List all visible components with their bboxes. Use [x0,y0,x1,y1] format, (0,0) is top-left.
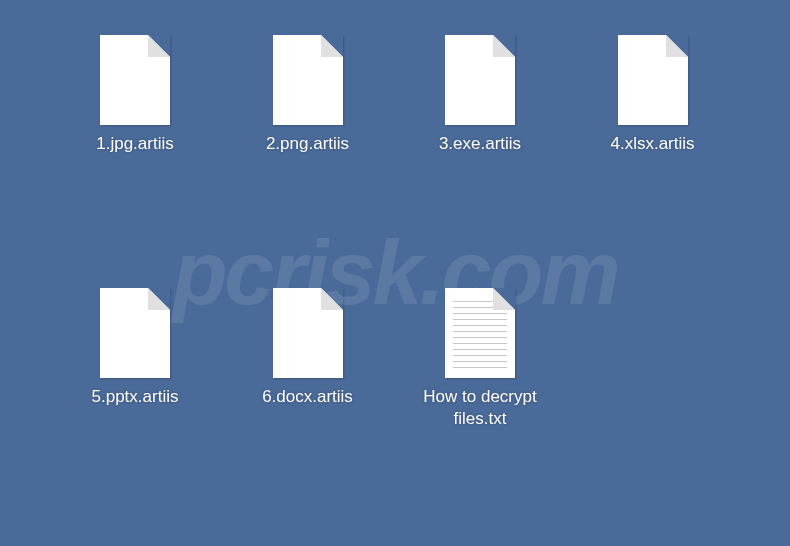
file-icon [100,288,170,378]
file-icon [618,35,688,125]
file-icon [445,35,515,125]
file-item[interactable]: 3.exe.artiis [395,30,565,263]
file-item[interactable]: How to decrypt files.txt [395,283,565,516]
file-label: 3.exe.artiis [439,133,521,155]
file-item[interactable]: 2.png.artiis [223,30,393,263]
file-item[interactable]: 5.pptx.artiis [50,283,220,516]
file-item[interactable]: 4.xlsx.artiis [568,30,738,263]
file-label: 4.xlsx.artiis [610,133,694,155]
file-label: 2.png.artiis [266,133,349,155]
file-icon [273,288,343,378]
file-item[interactable]: 1.jpg.artiis [50,30,220,263]
file-label: How to decrypt files.txt [405,386,555,430]
file-icon [100,35,170,125]
file-item[interactable]: 6.docx.artiis [223,283,393,516]
file-label: 6.docx.artiis [262,386,353,408]
file-icon [273,35,343,125]
desktop-area[interactable]: 1.jpg.artiis 2.png.artiis 3.exe.artiis 4… [0,0,790,546]
file-label: 1.jpg.artiis [96,133,173,155]
text-file-icon [445,288,515,378]
file-label: 5.pptx.artiis [92,386,179,408]
